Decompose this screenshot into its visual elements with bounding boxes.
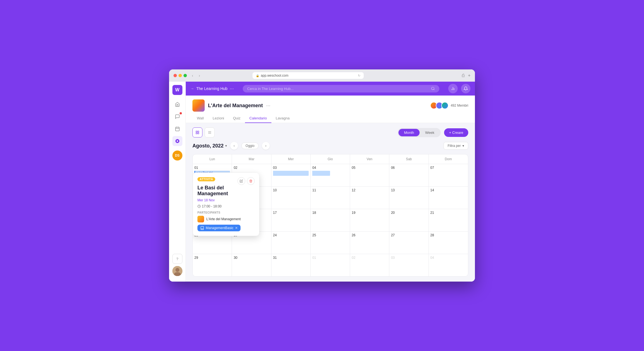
list-view-button[interactable] [205,127,215,137]
remove-tag-button[interactable]: ✕ [235,226,238,230]
course-tabs: Wall Lezioni Quiz Calendario Lavagna [192,114,468,123]
day-cell-18[interactable]: 18 [311,209,350,231]
day-header-dom: Dom [429,154,468,164]
lock-icon: 🔒 [256,74,259,77]
day-cell-01[interactable]: 01 Le Basi del... ATTIVITÀ [193,164,232,186]
day-cell-30[interactable]: 30 [232,254,271,276]
prev-month-button[interactable]: ‹ [230,142,238,150]
back-button[interactable]: ‹ [190,73,195,78]
workspace-name[interactable]: The Learning Hub [196,86,227,91]
day-header-mer: Mer [271,154,311,164]
course-thumbnail [192,99,205,112]
participants-label: PARTECIPANTS [197,211,255,214]
day-cell-sep-01[interactable]: 01 [311,254,350,276]
browser-window: ‹ › 🔒 app.weschool.com ↻ ⎙ + W [169,69,475,282]
day-cell-04[interactable]: 04 [311,164,350,186]
day-cell-24[interactable]: 24 [271,232,311,254]
edit-event-button[interactable] [237,177,245,185]
day-cell-13[interactable]: 13 [389,187,428,209]
participant-thumbnail [197,216,204,222]
day-cell-17[interactable]: 17 [271,209,311,231]
day-cell-sep-03[interactable]: 03 [389,254,428,276]
week-row-5: 29 30 31 01 02 03 04 [193,254,468,276]
sidebar-item-chat[interactable] [172,112,182,122]
day-cell-31[interactable]: 31 [271,254,311,276]
day-cell-05[interactable]: 05 [350,164,389,186]
day-cell-29[interactable]: 29 [193,254,232,276]
day-header-gio: Gio [311,154,350,164]
day-cell-21[interactable]: 21 [429,209,468,231]
sidebar-help-button[interactable]: ? [172,254,182,264]
url-text: app.weschool.com [261,74,288,77]
month-view-button[interactable]: Month [398,129,420,136]
minimize-dot[interactable] [179,74,182,77]
close-dot[interactable] [174,74,177,77]
day-cell-28[interactable]: 28 [429,232,468,254]
search-bar[interactable] [243,85,439,92]
event-continuation-04[interactable] [312,171,330,176]
event-continuation-03[interactable] [273,171,309,176]
day-cell-26[interactable]: 26 [350,232,389,254]
day-cell-03[interactable]: 03 [271,164,311,186]
sidebar-item-calendar[interactable] [172,124,182,134]
sidebar-user-avatar[interactable]: DS [172,151,182,161]
grid-view-button[interactable] [192,127,202,137]
day-cell-10[interactable]: 10 [271,187,311,209]
tab-wall[interactable]: Wall [192,114,208,123]
event-title: Le Basi del Management [197,185,255,197]
week-row-1: 01 Le Basi del... ATTIVITÀ [193,164,468,187]
sidebar-item-home[interactable] [172,99,182,109]
top-nav: → The Learning Hub ··· [186,82,475,96]
sidebar-item-community[interactable] [172,136,182,146]
sidebar-profile-button[interactable] [172,266,182,276]
tab-lavagna[interactable]: Lavagna [271,114,294,123]
reload-icon[interactable]: ↻ [358,74,360,77]
tab-lezioni[interactable]: Lezioni [208,114,229,123]
today-button[interactable]: Oggio [241,142,259,149]
browser-dots [174,74,187,77]
delete-event-button[interactable] [247,177,255,185]
forward-button[interactable]: › [197,73,202,78]
day-cell-27[interactable]: 27 [389,232,428,254]
search-input[interactable] [247,87,429,91]
svg-rect-13 [196,131,197,132]
members-count: 492 Membri [451,104,468,107]
day-cell-20[interactable]: 20 [389,209,428,231]
event-time: 17:00 - 18:00 [197,204,255,208]
main-content: → The Learning Hub ··· [186,82,475,282]
new-tab-icon[interactable]: + [468,73,470,78]
course-more-button[interactable]: ··· [266,103,270,109]
day-cell-07[interactable]: 07 [429,164,468,186]
day-cell-12[interactable]: 12 [350,187,389,209]
members-avatars [430,102,449,109]
week-view-button[interactable]: Week [420,129,440,136]
day-cell-sep-04[interactable]: 04 [429,254,468,276]
svg-rect-16 [198,133,199,134]
day-cell-11[interactable]: 11 [311,187,350,209]
tab-calendario[interactable]: Calendario [245,114,271,123]
day-cell-sep-02[interactable]: 02 [350,254,389,276]
tab-quiz[interactable]: Quiz [229,114,245,123]
address-bar[interactable]: 🔒 app.weschool.com ↻ [252,72,364,79]
day-cell-25[interactable]: 25 [311,232,350,254]
day-header-ven: Ven [350,154,389,164]
nav-stats-button[interactable] [448,84,458,93]
logo-button[interactable]: W [172,85,182,95]
event-tag[interactable]: ManagementBasic ✕ [197,225,241,231]
nav-notifications-button[interactable] [461,84,470,93]
calendar-nav: Agosto, 2022 ▾ ‹ Oggio › Filtra per ▾ [192,142,468,150]
day-cell-19[interactable]: 19 [350,209,389,231]
calendar-area: Month Week + Creare Agosto, 2022 ▾ ‹ Ogg… [186,123,475,282]
next-month-button[interactable]: › [262,142,270,150]
workspace-arrow: → [190,86,194,91]
workspace-more-button[interactable]: ··· [230,86,234,92]
month-dropdown-button[interactable]: ▾ [225,144,227,148]
share-icon[interactable]: ⎙ [462,73,465,78]
filter-button[interactable]: Filtra per ▾ [444,142,468,150]
day-cell-14[interactable]: 14 [429,187,468,209]
svg-rect-0 [175,127,179,131]
create-button[interactable]: + Creare [444,128,468,137]
calendar-header-row: Lun Mar Mer Gio Ven Sab Dom [193,154,468,164]
day-cell-06[interactable]: 06 [389,164,428,186]
maximize-dot[interactable] [184,74,187,77]
